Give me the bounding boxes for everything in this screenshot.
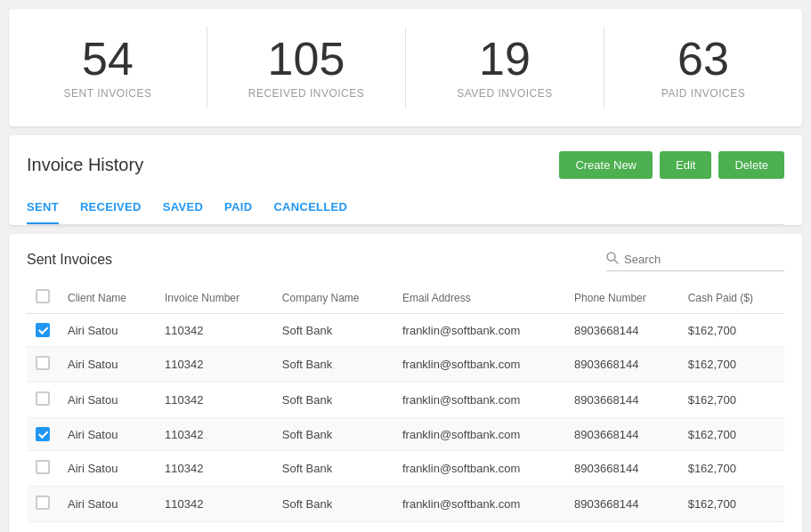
row-cell-invoice-number: 110342 [156, 383, 273, 418]
row-checkbox[interactable] [36, 323, 50, 337]
row-cell-company-name: Soft Bank [273, 451, 393, 487]
row-cell-client-name: Airi Satou [59, 347, 156, 383]
tab-saved[interactable]: SAVED [163, 193, 203, 224]
row-cell-client-name: Airi Satou [59, 314, 156, 347]
row-cell-invoice-number: 110342 [156, 487, 273, 522]
create-new-button[interactable]: Create New [559, 151, 653, 179]
stat-item-received-invoices: 105 RECEIVED INVOICES [207, 27, 405, 109]
row-cell-invoice-number: 110342 [156, 418, 273, 451]
row-cell-cash-paid-($): $162,700 [679, 314, 784, 347]
row-cell-phone-number: 8903668144 [565, 451, 679, 487]
row-cell-phone-number: 8903668144 [565, 487, 679, 522]
row-checkbox[interactable] [36, 427, 50, 441]
row-cell-cash-paid-($): $162,700 [679, 487, 784, 522]
row-cell-client-name: Airi Satou [59, 487, 156, 522]
row-cell-client-name: Airi Satou [59, 418, 156, 451]
tabs: SENTRECEIVEDSAVEDPAIDCANCELLED [27, 193, 784, 225]
row-cell-phone-number: 8903668144 [565, 383, 679, 418]
col-header-client-name: Client Name [59, 282, 156, 314]
stat-label: SENT INVOICES [27, 87, 189, 100]
table-row: Airi Satou110342Soft Bankfranklin@softba… [27, 383, 784, 418]
row-cell-email-address: franklin@softbank.com [393, 383, 565, 418]
history-title: Invoice History [27, 155, 143, 175]
row-cell-cash-paid-($): $162,700 [679, 451, 784, 487]
row-cell-company-name: Soft Bank [273, 383, 393, 418]
row-cell-email-address: franklin@softbank.com [393, 487, 565, 522]
select-all-checkbox[interactable] [36, 289, 50, 303]
table-header-row-cols: Client NameInvoice NumberCompany NameEma… [27, 282, 784, 314]
stat-number: 63 [622, 36, 784, 82]
table-header-row: Sent Invoices [27, 248, 784, 271]
header-buttons: Create New Edit Delete [559, 151, 784, 179]
col-header-cash-paid-($): Cash Paid ($) [679, 282, 784, 314]
row-cell-invoice-number: 110342 [156, 347, 273, 383]
row-checkbox-cell [27, 314, 59, 347]
row-cell-company-name: Soft Bank [273, 418, 393, 451]
row-cell-phone-number: 8903668144 [565, 314, 679, 347]
col-header-phone-number: Phone Number [565, 282, 679, 314]
stat-label: RECEIVED INVOICES [225, 87, 387, 100]
invoice-history-section: Invoice History Create New Edit Delete S… [9, 135, 802, 225]
svg-line-1 [614, 260, 618, 263]
stat-label: SAVED INVOICES [424, 87, 586, 100]
stat-number: 54 [27, 36, 189, 82]
table-title: Sent Invoices [27, 252, 112, 268]
row-cell-email-address: franklin@softbank.com [393, 347, 565, 383]
table-row: Airi Satou110342Soft Bankfranklin@softba… [27, 451, 784, 487]
table-row: Airi Satou110342Soft Bankfranklin@softba… [27, 418, 784, 451]
tab-paid[interactable]: PAID [224, 193, 252, 224]
col-header-company-name: Company Name [273, 282, 393, 314]
row-cell-email-address: franklin@softbank.com [393, 418, 565, 451]
row-cell-invoice-number: 110342 [156, 314, 273, 347]
history-header: Invoice History Create New Edit Delete [27, 151, 784, 179]
stat-label: PAID INVOICES [622, 87, 784, 100]
row-checkbox[interactable] [36, 460, 50, 474]
row-cell-company-name: Soft Bank [273, 314, 393, 347]
edit-button[interactable]: Edit [660, 151, 711, 179]
row-checkbox-cell [27, 383, 59, 418]
tab-cancelled[interactable]: CANCELLED [273, 193, 347, 224]
delete-button[interactable]: Delete [718, 151, 784, 179]
row-cell-client-name: Airi Satou [59, 451, 156, 487]
table-row: Airi Satou110342Soft Bankfranklin@softba… [27, 347, 784, 383]
table-row: Airi Satou110342Soft Bankfranklin@softba… [27, 487, 784, 522]
tab-received[interactable]: RECEIVED [80, 193, 142, 224]
row-cell-email-address: franklin@softbank.com [393, 314, 565, 347]
search-box [606, 248, 784, 271]
stat-item-paid-invoices: 63 PAID INVOICES [604, 27, 802, 109]
table-section: Sent Invoices Client NameInvoice NumberC… [9, 234, 802, 532]
row-checkbox[interactable] [36, 391, 50, 406]
row-cell-cash-paid-($): $162,700 [679, 383, 784, 418]
col-header-invoice-number: Invoice Number [156, 282, 273, 314]
row-checkbox[interactable] [36, 496, 50, 510]
row-checkbox-cell [27, 347, 59, 383]
row-cell-phone-number: 8903668144 [565, 418, 679, 451]
row-cell-client-name: Airi Satou [59, 383, 156, 418]
row-checkbox[interactable] [36, 356, 50, 370]
stat-item-saved-invoices: 19 SAVED INVOICES [405, 27, 604, 109]
row-cell-email-address: franklin@softbank.com [393, 451, 565, 487]
row-cell-company-name: Soft Bank [273, 487, 393, 522]
search-input[interactable] [624, 253, 784, 266]
checkbox-header [27, 282, 59, 314]
row-checkbox-cell [27, 487, 59, 522]
row-checkbox-cell [27, 418, 59, 451]
stat-item-sent-invoices: 54 SENT INVOICES [9, 27, 207, 109]
stat-number: 19 [424, 36, 586, 82]
col-header-email-address: Email Address [393, 282, 565, 314]
tab-sent[interactable]: SENT [27, 193, 59, 224]
row-cell-phone-number: 8903668144 [565, 347, 679, 383]
table-row: Airi Satou110342Soft Bankfranklin@softba… [27, 314, 784, 347]
row-cell-cash-paid-($): $162,700 [679, 418, 784, 451]
row-cell-invoice-number: 110342 [156, 451, 273, 487]
row-cell-company-name: Soft Bank [273, 347, 393, 383]
search-icon [606, 252, 619, 267]
row-cell-cash-paid-($): $162,700 [679, 347, 784, 383]
row-checkbox-cell [27, 451, 59, 487]
data-table: Client NameInvoice NumberCompany NameEma… [27, 282, 784, 522]
stats-bar: 54 SENT INVOICES 105 RECEIVED INVOICES 1… [9, 9, 802, 126]
stat-number: 105 [225, 36, 387, 82]
